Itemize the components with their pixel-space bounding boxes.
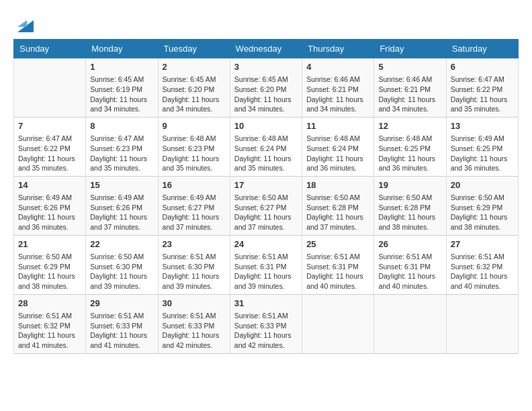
calendar-cell: 31Sunrise: 6:51 AMSunset: 6:33 PMDayligh… — [230, 294, 302, 353]
day-info-line: Daylight: 11 hours — [234, 212, 298, 222]
day-number: 22 — [90, 238, 153, 250]
calendar-week-row: 28Sunrise: 6:51 AMSunset: 6:32 PMDayligh… — [14, 294, 519, 353]
day-info-line: Sunset: 6:26 PM — [18, 203, 81, 213]
day-info-line: and 36 minutes. — [378, 163, 441, 173]
day-info-line: Sunrise: 6:51 AM — [18, 311, 81, 321]
day-info-line: Daylight: 11 hours — [18, 212, 81, 222]
day-number: 17 — [234, 179, 298, 191]
day-info-line: Sunrise: 6:47 AM — [90, 134, 153, 144]
calendar-cell: 27Sunrise: 6:51 AMSunset: 6:32 PMDayligh… — [446, 235, 518, 294]
day-info-line: and 35 minutes. — [163, 163, 226, 173]
day-info-line: Daylight: 11 hours — [90, 154, 153, 164]
day-number: 14 — [18, 179, 81, 191]
header-saturday: Saturday — [446, 40, 518, 58]
day-info-line: Sunset: 6:27 PM — [234, 203, 298, 213]
day-info-line: Sunrise: 6:50 AM — [378, 193, 441, 203]
calendar-cell: 18Sunrise: 6:50 AMSunset: 6:28 PMDayligh… — [302, 176, 374, 235]
day-info-line: Sunset: 6:30 PM — [163, 262, 226, 272]
calendar-cell: 12Sunrise: 6:48 AMSunset: 6:25 PMDayligh… — [374, 117, 446, 176]
day-info-line: Daylight: 11 hours — [234, 271, 298, 281]
day-info-line: Sunrise: 6:50 AM — [90, 252, 153, 262]
day-info-line: Sunrise: 6:45 AM — [163, 75, 226, 85]
day-info-line: Sunrise: 6:48 AM — [306, 134, 369, 144]
day-number: 29 — [90, 298, 153, 310]
day-info-line: and 39 minutes. — [90, 281, 153, 291]
day-number: 20 — [451, 179, 514, 191]
day-number: 26 — [378, 238, 441, 250]
day-info-line: Sunrise: 6:49 AM — [18, 193, 81, 203]
day-info-line: and 34 minutes. — [90, 104, 153, 114]
day-number: 15 — [90, 179, 153, 191]
day-info-line: Sunset: 6:29 PM — [18, 262, 81, 272]
calendar-cell — [14, 58, 86, 118]
day-info-line: Daylight: 11 hours — [18, 154, 81, 164]
day-info-line: and 41 minutes. — [90, 340, 153, 351]
calendar-cell — [302, 294, 374, 353]
day-info-line: Sunset: 6:31 PM — [306, 262, 369, 272]
day-number: 30 — [163, 298, 226, 310]
day-info-line: and 40 minutes. — [378, 281, 441, 291]
day-info-line: Daylight: 11 hours — [90, 271, 153, 281]
day-info-line: Sunrise: 6:51 AM — [306, 252, 369, 262]
calendar-cell: 21Sunrise: 6:50 AMSunset: 6:29 PMDayligh… — [14, 235, 86, 294]
day-info-line: Sunrise: 6:51 AM — [451, 252, 514, 262]
day-info-line: Sunset: 6:30 PM — [90, 262, 153, 272]
day-number: 13 — [451, 120, 514, 132]
day-info-line: and 40 minutes. — [306, 281, 369, 291]
day-info-line: Sunrise: 6:50 AM — [306, 193, 369, 203]
day-info-line: Sunset: 6:23 PM — [90, 144, 153, 154]
day-info-line: and 37 minutes. — [234, 222, 298, 232]
day-info-line: and 37 minutes. — [90, 222, 153, 232]
header-tuesday: Tuesday — [158, 40, 230, 58]
day-info-line: Sunrise: 6:46 AM — [378, 75, 441, 85]
day-info-line: and 38 minutes. — [451, 222, 514, 232]
day-number: 2 — [163, 61, 226, 73]
day-info-line: and 36 minutes. — [306, 163, 369, 173]
day-info-line: Daylight: 11 hours — [234, 330, 298, 340]
day-info-line: Daylight: 11 hours — [451, 271, 514, 281]
calendar-cell: 7Sunrise: 6:47 AMSunset: 6:22 PMDaylight… — [14, 117, 86, 176]
calendar-cell: 10Sunrise: 6:48 AMSunset: 6:24 PMDayligh… — [230, 117, 302, 176]
day-number: 3 — [234, 61, 298, 73]
day-info-line: and 39 minutes. — [234, 281, 298, 291]
day-info-line: and 35 minutes. — [90, 163, 153, 173]
calendar-cell: 16Sunrise: 6:49 AMSunset: 6:27 PMDayligh… — [158, 176, 230, 235]
logo — [13, 13, 34, 32]
day-info-line: and 39 minutes. — [163, 281, 226, 291]
day-info-line: Sunset: 6:20 PM — [163, 85, 226, 95]
day-info-line: Sunrise: 6:47 AM — [18, 134, 81, 144]
day-info-line: Sunrise: 6:51 AM — [234, 252, 298, 262]
logo-icon — [17, 13, 34, 32]
day-info-line: and 34 minutes. — [378, 104, 441, 114]
day-info-line: Daylight: 11 hours — [451, 154, 514, 164]
day-number: 5 — [378, 61, 441, 73]
day-info-line: Sunset: 6:22 PM — [451, 85, 514, 95]
day-info-line: Daylight: 11 hours — [378, 212, 441, 222]
calendar-header-row: SundayMondayTuesdayWednesdayThursdayFrid… — [14, 40, 519, 58]
day-info-line: Sunset: 6:20 PM — [234, 85, 298, 95]
day-info-line: Sunset: 6:21 PM — [378, 85, 441, 95]
day-info-line: Sunrise: 6:51 AM — [378, 252, 441, 262]
day-info-line: Daylight: 11 hours — [306, 154, 369, 164]
day-info-line: Sunset: 6:28 PM — [378, 203, 441, 213]
calendar-cell: 4Sunrise: 6:46 AMSunset: 6:21 PMDaylight… — [302, 58, 374, 118]
day-number: 11 — [306, 120, 369, 132]
day-info-line: and 35 minutes. — [18, 163, 81, 173]
day-info-line: Sunset: 6:32 PM — [18, 321, 81, 331]
day-info-line: Sunset: 6:25 PM — [451, 144, 514, 154]
day-info-line: and 38 minutes. — [18, 281, 81, 291]
calendar-cell: 19Sunrise: 6:50 AMSunset: 6:28 PMDayligh… — [374, 176, 446, 235]
day-info-line: and 40 minutes. — [451, 281, 514, 291]
day-info-line: Sunset: 6:33 PM — [90, 321, 153, 331]
calendar-cell: 28Sunrise: 6:51 AMSunset: 6:32 PMDayligh… — [14, 294, 86, 353]
calendar-table: SundayMondayTuesdayWednesdayThursdayFrid… — [13, 39, 519, 354]
calendar-cell: 30Sunrise: 6:51 AMSunset: 6:33 PMDayligh… — [158, 294, 230, 353]
day-info-line: and 34 minutes. — [163, 104, 226, 114]
day-info-line: Sunset: 6:31 PM — [378, 262, 441, 272]
day-info-line: and 36 minutes. — [18, 222, 81, 232]
day-info-line: Sunrise: 6:51 AM — [90, 311, 153, 321]
day-info-line: Daylight: 11 hours — [18, 330, 81, 340]
calendar-cell: 25Sunrise: 6:51 AMSunset: 6:31 PMDayligh… — [302, 235, 374, 294]
day-info-line: and 38 minutes. — [378, 222, 441, 232]
day-info-line: Daylight: 11 hours — [90, 212, 153, 222]
